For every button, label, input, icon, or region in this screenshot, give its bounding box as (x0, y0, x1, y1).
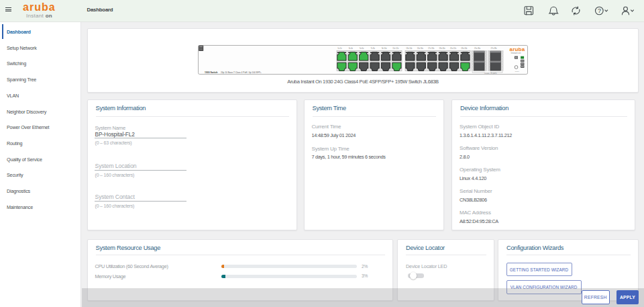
svg-text:23x 24x: 23x 24x (461, 47, 468, 50)
svg-text:21x 22x: 21x 22x (450, 47, 457, 50)
svg-text:?: ? (598, 7, 601, 14)
svg-text:5x 6x: 5x 6x (360, 47, 364, 50)
svg-text:25x 26x: 25x 26x (474, 47, 481, 50)
svg-text:19x 20x: 19x 20x (439, 47, 446, 50)
svg-text:Reset: Reset (515, 71, 519, 72)
svg-text:1x 2x: 1x 2x (337, 47, 342, 50)
svg-text:15x 16x: 15x 16x (417, 47, 424, 50)
svg-text:13x 14x: 13x 14x (406, 47, 413, 50)
svg-text:Instant On ports: Instant On ports (484, 72, 497, 75)
svg-text:24p 10 Base-T Class 4 PoE / 4p: 24p 10 Base-T Class 4 PoE / 4p 100 SFP+ (221, 71, 262, 74)
svg-text:Instant on: Instant on (511, 52, 521, 54)
svg-text:27x 28x: 27x 28x (491, 47, 498, 50)
svg-text:7x 8x: 7x 8x (371, 47, 376, 50)
svg-text:11x 12x: 11x 12x (392, 47, 399, 50)
svg-text:1930 Switch: 1930 Switch (205, 71, 217, 74)
svg-text:17x 18x: 17x 18x (428, 47, 435, 50)
svg-text:3x 4x: 3x 4x (349, 47, 354, 50)
svg-text:9x 10x: 9x 10x (382, 47, 387, 50)
